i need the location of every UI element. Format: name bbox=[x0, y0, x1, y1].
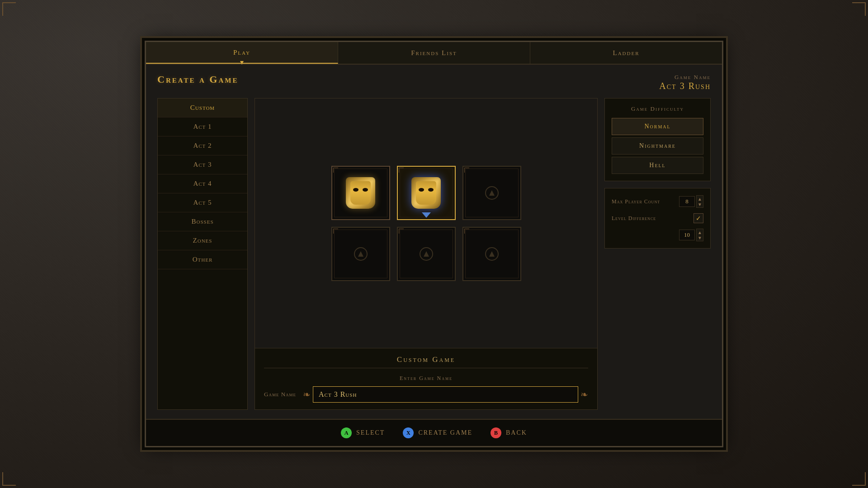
center-panel: Custom Game Enter Game Name Game Name ❧ … bbox=[255, 98, 598, 410]
x-button-icon: X bbox=[403, 427, 414, 438]
select-label: Select bbox=[356, 429, 385, 436]
char-slot-2[interactable] bbox=[397, 166, 456, 220]
tab-bar: Play Friends List Ladder bbox=[146, 42, 722, 65]
mask-face-2 bbox=[416, 181, 436, 205]
game-name-header-label: Game Name bbox=[659, 74, 711, 81]
custom-game-title: Custom Game bbox=[264, 355, 588, 368]
max-player-count-row: Max Player Count 8 ▲ ▼ bbox=[612, 195, 703, 208]
empty-slot-4 bbox=[354, 247, 368, 261]
enter-game-name-label: Enter Game Name bbox=[264, 375, 588, 382]
difficulty-nightmare-button[interactable]: Nightmare bbox=[612, 137, 703, 155]
mask-face-1 bbox=[350, 181, 371, 205]
level-difference-control: 10 ▲ ▼ bbox=[679, 229, 703, 241]
sidebar-item-act3[interactable]: Act 3 bbox=[158, 155, 247, 174]
a-button-icon: A bbox=[341, 427, 352, 438]
back-button[interactable]: B Back bbox=[491, 427, 527, 438]
sidebar-item-act2[interactable]: Act 2 bbox=[158, 136, 247, 155]
sidebar-item-act4[interactable]: Act 4 bbox=[158, 174, 247, 193]
mask-eye-right-1 bbox=[363, 188, 368, 192]
mask-eye-right-2 bbox=[428, 188, 434, 192]
tab-friends-list[interactable]: Friends List bbox=[338, 42, 530, 64]
difficulty-section: Game Difficulty Normal Nightmare Hell bbox=[604, 98, 711, 181]
char-slot-6[interactable] bbox=[462, 227, 521, 281]
difficulty-hell-button[interactable]: Hell bbox=[612, 157, 703, 174]
checkbox-check-icon: ✓ bbox=[696, 215, 701, 222]
mask-icon-1 bbox=[346, 177, 375, 209]
spin-down-icon: ▼ bbox=[698, 202, 702, 207]
left-sidebar: Custom Act 1 Act 2 Act 3 Act 4 bbox=[157, 98, 248, 410]
character-grid-area bbox=[255, 98, 598, 348]
char-portrait-1 bbox=[343, 175, 379, 211]
selection-indicator bbox=[422, 212, 431, 218]
max-player-count-value: 8 bbox=[679, 196, 695, 207]
sidebar-item-other[interactable]: Other bbox=[158, 250, 247, 269]
sidebar-item-bosses[interactable]: Bosses bbox=[158, 212, 247, 231]
level-difference-value-row: 10 ▲ ▼ bbox=[612, 229, 703, 241]
char-slot-4[interactable] bbox=[331, 227, 390, 281]
game-name-input[interactable] bbox=[313, 386, 578, 403]
bottom-bar: A Select X Create Game B Back bbox=[146, 419, 722, 446]
empty-slot-6 bbox=[485, 247, 499, 261]
char-portrait-2 bbox=[408, 175, 444, 211]
level-spin-up-icon: ▲ bbox=[698, 230, 702, 235]
game-name-row: Game Name ❧ ❧ bbox=[264, 386, 588, 403]
main-container: Play Friends List Ladder Create a Game G… bbox=[145, 41, 723, 447]
difficulty-normal-button[interactable]: Normal bbox=[612, 118, 703, 135]
character-grid bbox=[331, 166, 521, 281]
settings-section: Max Player Count 8 ▲ ▼ Level D bbox=[604, 188, 711, 249]
frame-corner-br bbox=[852, 472, 866, 486]
game-name-display: Game Name Act 3 Rush bbox=[659, 74, 711, 91]
tab-ladder[interactable]: Ladder bbox=[530, 42, 722, 64]
mask-icon-2 bbox=[411, 177, 441, 209]
game-name-header-value: Act 3 Rush bbox=[659, 81, 711, 91]
level-difference-spinner[interactable]: ▲ ▼ bbox=[696, 229, 703, 241]
difficulty-title: Game Difficulty bbox=[612, 105, 703, 113]
input-ornament-right: ❧ bbox=[580, 389, 588, 400]
game-name-field-label: Game Name bbox=[264, 391, 296, 398]
sidebar-item-custom[interactable]: Custom bbox=[158, 99, 247, 117]
svg-marker-0 bbox=[489, 190, 495, 196]
level-difference-label-row: Level Difference ✓ bbox=[612, 213, 703, 223]
frame-corner-tr bbox=[852, 2, 866, 16]
b-button-icon: B bbox=[491, 427, 501, 438]
select-button[interactable]: A Select bbox=[341, 427, 385, 438]
max-player-count-spinner[interactable]: ▲ ▼ bbox=[696, 195, 703, 208]
sidebar-item-zones[interactable]: Zones bbox=[158, 231, 247, 250]
level-difference-value: 10 bbox=[679, 230, 695, 240]
frame-corner-tl bbox=[2, 2, 16, 16]
svg-marker-2 bbox=[424, 251, 429, 257]
content-area: Create a Game Game Name Act 3 Rush Custo… bbox=[146, 65, 722, 419]
level-difference-label: Level Difference bbox=[612, 215, 656, 222]
svg-marker-3 bbox=[489, 251, 495, 257]
max-player-count-label: Max Player Count bbox=[612, 198, 660, 205]
back-label: Back bbox=[506, 429, 527, 436]
custom-game-panel: Custom Game Enter Game Name Game Name ❧ … bbox=[255, 348, 598, 410]
right-panel: Game Difficulty Normal Nightmare Hell Ma… bbox=[604, 98, 711, 410]
mask-eye-left-2 bbox=[419, 188, 424, 192]
empty-slot-3 bbox=[485, 186, 499, 200]
create-game-button[interactable]: X Create Game bbox=[403, 427, 472, 438]
max-player-count-control: 8 ▲ ▼ bbox=[679, 195, 703, 208]
content-header: Create a Game Game Name Act 3 Rush bbox=[157, 74, 711, 91]
spin-up-icon: ▲ bbox=[698, 197, 702, 202]
game-name-input-wrapper: ❧ ❧ bbox=[303, 386, 588, 403]
level-difference-checkbox[interactable]: ✓ bbox=[693, 213, 703, 223]
level-spin-down-icon: ▼ bbox=[698, 235, 702, 240]
sidebar-item-act5[interactable]: Act 5 bbox=[158, 193, 247, 212]
char-slot-3[interactable] bbox=[462, 166, 521, 220]
empty-slot-5 bbox=[420, 247, 433, 261]
frame-corner-bl bbox=[2, 472, 16, 486]
tab-play[interactable]: Play bbox=[146, 42, 338, 64]
mask-eye-left-1 bbox=[353, 188, 359, 192]
main-layout: Custom Act 1 Act 2 Act 3 Act 4 bbox=[157, 98, 711, 410]
input-ornament-left: ❧ bbox=[303, 389, 311, 400]
page-title: Create a Game bbox=[157, 74, 238, 85]
create-game-label: Create Game bbox=[418, 429, 472, 436]
outer-frame: Play Friends List Ladder Create a Game G… bbox=[0, 0, 868, 488]
char-slot-1[interactable] bbox=[331, 166, 390, 220]
sidebar-item-act1[interactable]: Act 1 bbox=[158, 117, 247, 136]
svg-marker-1 bbox=[358, 251, 363, 257]
char-slot-5[interactable] bbox=[397, 227, 456, 281]
